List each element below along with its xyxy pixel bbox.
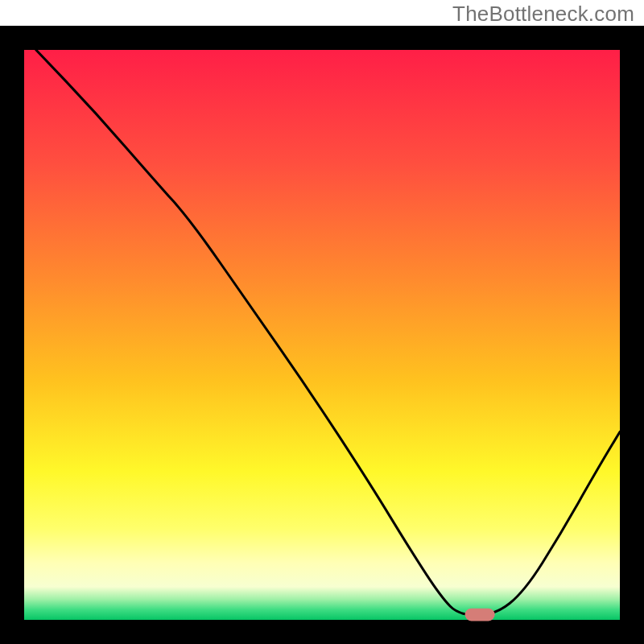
plot-background bbox=[24, 50, 620, 620]
optimal-marker bbox=[465, 609, 495, 621]
chart-frame: TheBottleneck.com bbox=[0, 0, 644, 644]
bottleneck-chart bbox=[0, 0, 644, 644]
watermark-text: TheBottleneck.com bbox=[452, 2, 634, 27]
